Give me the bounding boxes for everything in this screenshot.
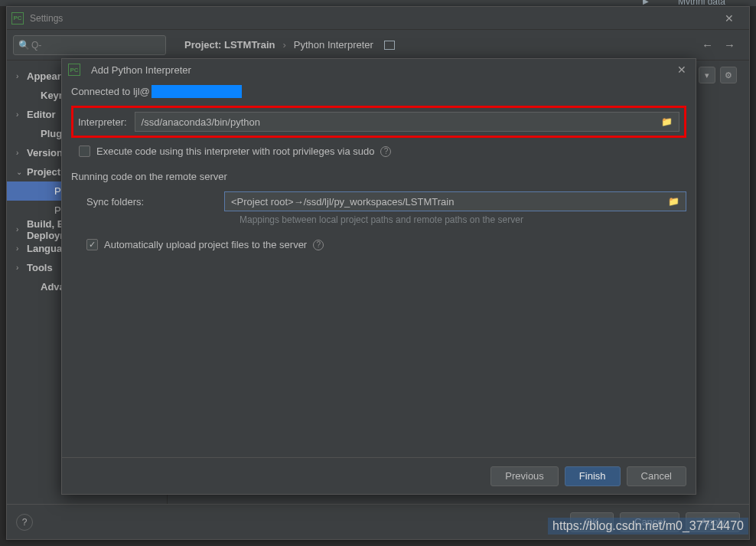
breadcrumb-project[interactable]: Project: LSTMTrain [184,39,275,51]
chevron-right-icon: › [16,110,27,119]
pycharm-icon: PC [11,12,24,25]
chevron-right-icon: › [16,225,27,234]
add-interpreter-dialog: PC Add Python Interpreter ✕ Connected to… [61,58,696,495]
interpreter-row-highlight: Interpreter: /ssd/anaconda3/bin/python 📁 [71,106,686,138]
folder-icon[interactable]: 📁 [661,116,673,127]
breadcrumb: Project: LSTMTrain › Python Interpreter [184,39,395,51]
finish-button[interactable]: Finish [565,466,621,486]
chevron-right-icon: › [16,244,27,253]
breadcrumb-row: 🔍 Q- Project: LSTMTrain › Python Interpr… [7,30,749,60]
sidebar-item-label: Editor [27,109,56,120]
chevron-right-icon: › [16,149,27,157]
sudo-checkbox-label: Execute code using this interpreter with… [96,145,374,157]
redacted-host [152,85,242,98]
gear-icon-button[interactable]: ⚙ [720,67,737,83]
settings-search-input[interactable]: 🔍 Q- [13,35,166,55]
info-icon[interactable]: ? [313,240,324,250]
remote-section-header: Running code on the remote server [71,171,686,182]
window-close-button[interactable]: ✕ [714,12,745,25]
breadcrumb-page[interactable]: Python Interpreter [294,39,373,51]
pycharm-icon: PC [68,64,80,76]
watermark: https://blog.csdn.net/m0_37714470 [548,518,748,535]
folder-icon[interactable]: 📁 [668,196,679,207]
window-titlebar: PC Settings ✕ [7,7,749,30]
current-project-icon [384,41,395,50]
sidebar-item-label: Tools [27,262,53,273]
dialog-title: Add Python Interpreter [91,64,191,76]
connected-to-label: Connected to ljl@ [71,85,686,98]
dialog-titlebar: PC Add Python Interpreter ✕ [62,59,696,80]
search-icon: 🔍 [18,40,30,51]
auto-upload-label: Automatically upload project files to th… [104,239,307,250]
sync-folders-label: Sync folders: [71,196,217,208]
chevron-right-icon: › [16,263,27,272]
sync-folders-input[interactable]: <Project root>→/ssd/ljl/py_workspaces/LS… [224,191,686,211]
chevron-right-icon: ▶ [643,0,649,5]
search-placeholder: Q- [31,40,41,51]
previous-button[interactable]: Previous [490,466,559,486]
nav-forward-button[interactable]: → [724,38,735,51]
interpreter-label: Interpreter: [78,116,127,128]
dialog-footer: Previous Finish Cancel [62,457,696,494]
interpreter-dropdown-button[interactable]: ▾ [699,67,715,83]
sync-folders-helper: Mappings between local project paths and… [240,214,686,225]
auto-upload-checkbox[interactable] [86,239,98,250]
info-icon[interactable]: ? [380,146,391,157]
chevron-down-icon: ⌄ [16,168,27,176]
breadcrumb-separator: › [282,39,285,51]
dialog-close-button[interactable]: ✕ [674,64,689,76]
parent-window-fragment: ▶ Mvthnl data [0,0,756,6]
chevron-right-icon: › [16,72,27,80]
dialog-cancel-button[interactable]: Cancel [627,466,686,486]
sync-folders-value: <Project root>→/ssd/ljl/py_workspaces/LS… [231,196,454,208]
sudo-checkbox[interactable] [79,145,90,157]
interpreter-path-value: /ssd/anaconda3/bin/python [142,116,260,128]
nav-back-button[interactable]: ← [702,38,713,51]
interpreter-path-input[interactable]: /ssd/anaconda3/bin/python 📁 [135,112,679,132]
window-title: Settings [30,13,63,24]
help-button[interactable]: ? [16,514,33,531]
